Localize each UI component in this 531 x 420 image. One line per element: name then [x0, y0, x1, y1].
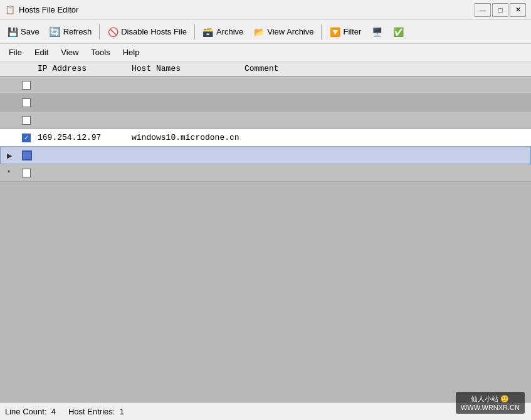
menu-file[interactable]: File [3, 46, 28, 59]
line-count-text: Line Count: 4 [5, 407, 56, 416]
line-count-label: Line Count: [5, 407, 47, 416]
watermark-line2: WWW.WRNXR.CN [461, 404, 520, 411]
row-checkbox[interactable] [18, 116, 35, 125]
separator-3 [321, 24, 322, 39]
app-title: Hosts File Editor [19, 5, 78, 14]
menu-edit[interactable]: Edit [28, 46, 55, 59]
menu-help[interactable]: Help [117, 46, 146, 59]
menu-tools[interactable]: Tools [85, 46, 116, 59]
header-ip: IP Address [35, 64, 129, 73]
row-hosts: windows10.microdone.cn [129, 133, 242, 142]
disable-icon: 🚫 [107, 26, 118, 38]
title-bar-left: 📋 Hosts File Editor [5, 5, 78, 14]
view-archive-label: View Archive [267, 27, 313, 36]
separator-2 [194, 24, 195, 39]
disable-label: Disable Hosts File [121, 27, 187, 36]
save-icon: 💾 [7, 26, 18, 38]
checkbox-unchecked[interactable] [22, 98, 31, 107]
host-entries-text: Host Entries: 1 [68, 407, 124, 416]
row-checkbox[interactable] [18, 81, 35, 90]
row-indicator: * [0, 169, 18, 177]
minimize-button[interactable]: — [475, 3, 491, 17]
table-body: ✓ 169.254.12.97 windows10.microdone.cn ▶… [0, 76, 531, 182]
watermark: 仙人小站 🙂 WWW.WRNXR.CN [456, 392, 525, 414]
separator-1 [99, 24, 100, 39]
menu-view[interactable]: View [55, 46, 85, 59]
checkbox-selected[interactable] [22, 150, 32, 160]
filter-icon: 🔽 [329, 26, 340, 38]
table-header: IP Address Host Names Comment [0, 61, 531, 76]
monitor-icon: 🖥️ [371, 26, 382, 38]
disable-button[interactable]: 🚫 Disable Hosts File [103, 23, 191, 41]
refresh-icon: 🔄 [50, 26, 61, 38]
header-comment: Comment [242, 64, 531, 73]
table-row[interactable]: * [0, 164, 531, 182]
checkbox-unchecked[interactable] [22, 116, 31, 125]
checkbox-unchecked[interactable] [22, 169, 31, 177]
filter-button[interactable]: 🔽 Filter [325, 23, 365, 41]
extra-btn-1[interactable]: 🖥️ [367, 23, 387, 41]
close-button[interactable]: ✕ [510, 3, 526, 17]
refresh-button[interactable]: 🔄 Refresh [45, 23, 97, 41]
status-bar: Line Count: 4 Host Entries: 1 [0, 402, 531, 420]
check-icon: ✅ [392, 26, 404, 38]
archive-icon: 🗃️ [202, 26, 214, 38]
line-count-value: 4 [51, 407, 56, 416]
archive-label: Archive [216, 27, 243, 36]
archive-button[interactable]: 🗃️ Archive [198, 23, 248, 41]
checkbox-unchecked[interactable] [22, 81, 31, 90]
view-archive-button[interactable]: 📂 View Archive [249, 23, 318, 41]
checkbox-checked[interactable]: ✓ [22, 134, 31, 142]
row-ip: 169.254.12.97 [35, 133, 129, 142]
host-entries-label: Host Entries: [68, 407, 115, 416]
extra-btn-2[interactable]: ✅ [388, 23, 408, 41]
header-hosts: Host Names [129, 64, 242, 73]
table-row[interactable] [0, 112, 531, 129]
window-controls: — □ ✕ [475, 3, 526, 17]
refresh-label: Refresh [63, 27, 92, 36]
save-button[interactable]: 💾 Save [3, 23, 44, 41]
row-checkbox[interactable]: ✓ [18, 134, 35, 142]
watermark-line1: 仙人小站 🙂 [461, 394, 520, 404]
table-row[interactable] [0, 94, 531, 112]
save-label: Save [21, 27, 39, 36]
row-indicator: ▶ [1, 152, 18, 160]
toolbar: 💾 Save 🔄 Refresh 🚫 Disable Hosts File 🗃️… [0, 20, 531, 44]
table-container: IP Address Host Names Comment [0, 61, 531, 402]
app-icon: 📋 [5, 5, 15, 14]
row-checkbox[interactable] [18, 169, 35, 177]
row-checkbox[interactable] [18, 150, 36, 160]
table-row[interactable]: ▶ [0, 147, 531, 164]
table-row[interactable]: ✓ 169.254.12.97 windows10.microdone.cn [0, 129, 531, 147]
title-bar: 📋 Hosts File Editor — □ ✕ [0, 0, 531, 20]
table-row[interactable] [0, 76, 531, 94]
host-entries-value: 1 [120, 407, 124, 416]
menubar: File Edit View Tools Help [0, 44, 531, 61]
row-checkbox[interactable] [18, 98, 35, 107]
maximize-button[interactable]: □ [492, 3, 508, 17]
filter-label: Filter [343, 27, 361, 36]
view-archive-icon: 📂 [253, 26, 265, 38]
